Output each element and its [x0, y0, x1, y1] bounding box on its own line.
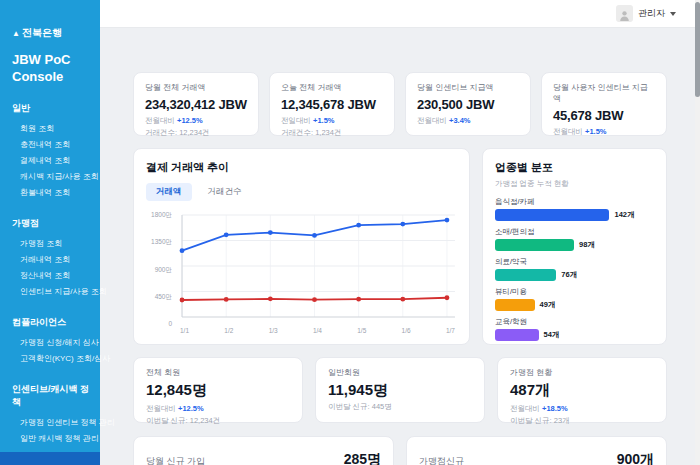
- sidebar-item-cashback-lookup[interactable]: 캐시백 지급/사용 조회: [12, 169, 90, 185]
- summary-sub: 이번달 신규: 23개: [510, 416, 654, 426]
- industry-bar-row: 음식점/카페 142개: [495, 197, 654, 221]
- user-name: 관리자: [638, 7, 665, 20]
- summary-value: 487개: [510, 381, 654, 400]
- stat-card-today-total: 오늘 전체 거래액 12,345,678 JBW 전일대비+1.5% 거래건수:…: [269, 72, 395, 136]
- chart-legend: 일반 결제 가맹점간 결제: [146, 343, 457, 345]
- stat-delta-row: 전월대비+3.4%: [417, 116, 519, 126]
- stat-value: 230,500 JBW: [417, 97, 519, 112]
- footer-value: 900개: [594, 451, 654, 465]
- summary-label: 일반회원: [328, 367, 472, 378]
- industry-bar-row: 소매/편의점 98개: [495, 227, 654, 251]
- industry-title: 업종별 분포: [495, 160, 654, 175]
- stat-delta-row: 전월대비+12.5%: [145, 116, 247, 126]
- sidebar: ▲ 전북은행 JBW PoC Console 일반 회원 조회 충전내역 조회 …: [0, 0, 100, 465]
- industry-bar-row: 교육/학원 54개: [495, 317, 654, 341]
- sidebar-item-merchant-lookup[interactable]: 가맹점 조회: [12, 236, 90, 252]
- sidebar-item-incentive-lookup[interactable]: 인센티브 지급/사용 조회: [12, 284, 90, 300]
- sidebar-item-charge-history[interactable]: 충전내역 조회: [12, 137, 90, 153]
- summary-card-total-members: 전체 회원 12,845명 전월대비+12.5% 이번달 신규: 12,234건: [133, 357, 303, 423]
- y-axis-labels: 1800만 1350만 900만 450만 0: [146, 209, 176, 325]
- summary-delta-row: 전월대비+18.5%: [510, 404, 654, 414]
- sidebar-item-merchant-review[interactable]: 가맹점 신청/해지 심사: [12, 335, 90, 351]
- stat-label: 당월 전체 거래액: [145, 82, 247, 93]
- summary-label: 가맹점 현황: [510, 367, 654, 378]
- stat-value: 45,678 JBW: [553, 108, 655, 123]
- summary-sub: 이번달 신규: 12,234건: [146, 416, 290, 426]
- nav-section-title: 일반: [12, 102, 90, 115]
- sidebar-item-member-lookup[interactable]: 회원 조회: [12, 121, 90, 137]
- industry-bar-fill: [495, 269, 556, 281]
- industry-bar-fill: [495, 209, 609, 221]
- line-chart-svg: [176, 209, 457, 325]
- tab-amount[interactable]: 거래액: [146, 183, 192, 201]
- nav-section-policy: 인센티브/캐시백 정책 가맹점 인센티브 정책 관리 일반 캐시백 정책 관리: [12, 383, 90, 447]
- chevron-down-icon: [670, 12, 676, 16]
- stat-card-monthly-incentive: 당월 인센티브 지급액 230,500 JBW 전월대비+3.4%: [405, 72, 531, 136]
- nav-section-title: 인센티브/캐시백 정책: [12, 383, 90, 409]
- x-axis-labels: 1/1 1/2 1/3 1/4 1/5 1/6 1/7: [176, 325, 457, 334]
- chart-tabs: 거래액 거래건수: [146, 183, 457, 201]
- stat-label: 당월 인센티브 지급액: [417, 82, 519, 93]
- industry-distribution-card: 업종별 분포 가맹점 업종 누적 현황 음식점/카페 142개 소매/편의점 9…: [482, 148, 667, 345]
- stat-card-row: 당월 전체 거래액 234,320,412 JBW 전월대비+12.5% 거래건…: [133, 72, 667, 136]
- summary-card-normal-members: 일반회원 11,945명 이번달 신규: 445명: [315, 357, 485, 423]
- delta-badge: +12.5%: [178, 404, 204, 413]
- sidebar-item-payment-history[interactable]: 결제내역 조회: [12, 153, 90, 169]
- industry-subtitle: 가맹점 업종 누적 현황: [495, 179, 654, 189]
- nav-section-title: 가맹점: [12, 217, 90, 230]
- sidebar-footer: [0, 452, 100, 465]
- footer-card-new-merchants: 가맹점신규 900개 이번달 신규: 23개: [406, 436, 667, 465]
- bank-logo: ▲ 전북은행: [12, 26, 90, 40]
- stat-card-monthly-total: 당월 전체 거래액 234,320,412 JBW 전월대비+12.5% 거래건…: [133, 72, 259, 136]
- bank-name: 전북은행: [22, 26, 62, 40]
- stat-label: 오늘 전체 거래액: [281, 82, 383, 93]
- page-scrollbar: [695, 0, 700, 465]
- chart-title: 결제 거래액 추이: [146, 160, 457, 175]
- summary-label: 전체 회원: [146, 367, 290, 378]
- stat-value: 234,320,412 JBW: [145, 97, 247, 112]
- user-avatar-icon: [616, 5, 633, 22]
- delta-badge: +3.4%: [449, 116, 470, 125]
- legend-item-merchant: 가맹점간 결제: [302, 343, 363, 345]
- scrollbar-thumb[interactable]: [695, 2, 700, 97]
- stat-card-user-incentive: 당월 사용자 인센티브 지급액 45,678 JBW 전월대비+1.5%: [541, 72, 667, 136]
- topbar: 관리자: [100, 0, 700, 28]
- summary-value: 12,845명: [146, 381, 290, 400]
- sidebar-item-refund-history[interactable]: 환불내역 조회: [12, 185, 90, 201]
- payment-trend-card: 결제 거래액 추이 거래액 거래건수 1800만 1350만 900만 450만…: [133, 148, 470, 345]
- delta-badge: +1.5%: [313, 116, 334, 125]
- summary-sub: 이번달 신규: 445명: [328, 402, 472, 412]
- stat-delta-row: 전월대비+1.5%: [553, 127, 655, 137]
- stat-sub: 거래건수: 1,234건: [281, 128, 383, 138]
- stat-value: 12,345,678 JBW: [281, 97, 383, 112]
- nav-section-merchant: 가맹점 가맹점 조회 거래내역 조회 정산내역 조회 인센티브 지급/사용 조회: [12, 217, 90, 300]
- industry-bar-chart: 음식점/카페 142개 소매/편의점 98개 의료/약국 76개 뷰티/미용 4…: [495, 197, 654, 341]
- footer-label: 당월 신규 가입: [146, 447, 205, 465]
- industry-bar-fill: [495, 239, 574, 251]
- stat-label: 당월 사용자 인센티브 지급액: [553, 82, 655, 104]
- main-content: 당월 전체 거래액 234,320,412 JBW 전월대비+12.5% 거래건…: [100, 28, 695, 465]
- footer-row: 당월 신규 가입 285명 이번달 신규: 23명 가맹점신규 900개 이번달…: [133, 436, 667, 465]
- summary-delta-row: 전월대비+12.5%: [146, 404, 290, 414]
- legend-item-normal: 일반 결제: [240, 343, 285, 345]
- sidebar-item-settlement-history[interactable]: 정산내역 조회: [12, 268, 90, 284]
- console-title: JBW PoC Console: [12, 52, 82, 86]
- sidebar-item-cashback-policy[interactable]: 일반 캐시백 정책 관리: [12, 431, 90, 447]
- bank-logo-icon: ▲: [12, 29, 20, 38]
- nav-section-title: 컴플라이언스: [12, 316, 90, 329]
- delta-badge: +12.5%: [177, 116, 203, 125]
- industry-bar-fill: [495, 329, 539, 341]
- delta-badge: +18.5%: [542, 404, 568, 413]
- tab-count[interactable]: 거래건수: [198, 183, 252, 201]
- chart-row: 결제 거래액 추이 거래액 거래건수 1800만 1350만 900만 450만…: [133, 148, 667, 345]
- sidebar-item-transaction-history[interactable]: 거래내역 조회: [12, 252, 90, 268]
- delta-badge: +1.5%: [585, 127, 606, 136]
- user-menu[interactable]: 관리자: [616, 5, 676, 22]
- sidebar-item-merchant-incentive-policy[interactable]: 가맹점 인센티브 정책 관리: [12, 415, 90, 431]
- line-chart: 1800만 1350만 900만 450만 0: [146, 209, 457, 325]
- sidebar-item-kyc-review[interactable]: 고객확인(KYC) 조회/심사: [12, 351, 90, 367]
- stat-delta-row: 전일대비+1.5%: [281, 116, 383, 126]
- stat-sub: 거래건수: 12,234건: [145, 128, 247, 138]
- industry-bar-row: 의료/약국 76개: [495, 257, 654, 281]
- footer-value: 285명: [321, 451, 381, 465]
